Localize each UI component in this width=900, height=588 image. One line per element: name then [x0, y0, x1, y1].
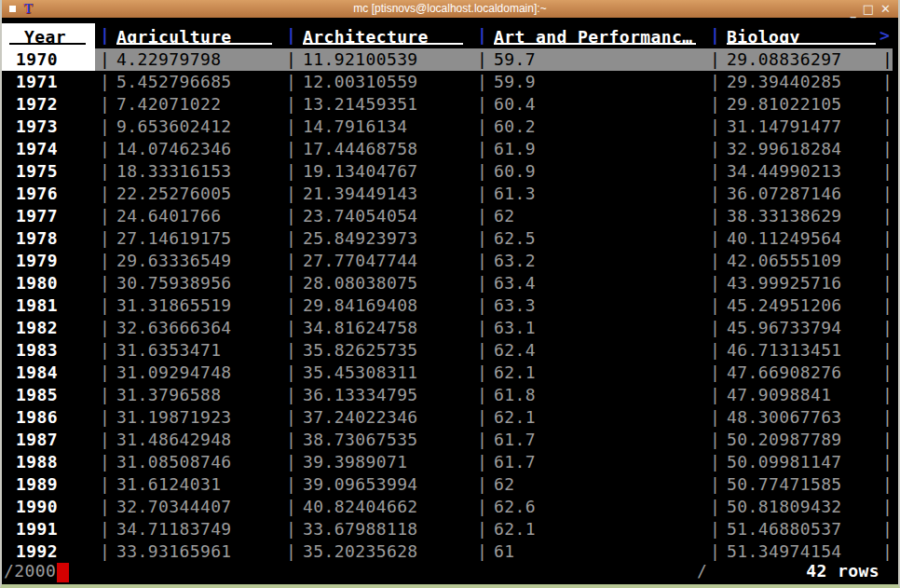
- cell-year[interactable]: 1980: [2, 272, 95, 294]
- table-row[interactable]: 1985 |31.3796588 |36.13334795 |61.8 |47.…: [2, 384, 898, 406]
- cell-agriculture[interactable]: |32.70344407: [95, 496, 281, 518]
- cell-art-and-performance[interactable]: |62.6: [472, 496, 705, 518]
- cell-year[interactable]: 1976: [2, 183, 95, 205]
- cell-architecture[interactable]: |11.92100539: [281, 48, 472, 71]
- table-row[interactable]: 1990 |32.70344407 |40.82404662 |62.6 |50…: [2, 496, 898, 518]
- cell-year[interactable]: 1971: [2, 71, 95, 93]
- cell-year[interactable]: 1973: [2, 116, 95, 138]
- cell-architecture[interactable]: |33.67988118: [281, 518, 472, 540]
- cell-agriculture[interactable]: |31.3796588: [95, 384, 281, 406]
- table-row[interactable]: 1975 |18.33316153 |19.13404767 |60.9 |34…: [2, 160, 898, 183]
- table-row[interactable]: 1980 |30.75938956 |28.08038075 |63.4 |43…: [2, 272, 898, 294]
- cell-architecture[interactable]: |14.7916134: [281, 116, 472, 138]
- cell-agriculture[interactable]: |34.71183749: [95, 518, 281, 540]
- table-row[interactable]: 1974 |14.07462346 |17.44468758 |61.9 |32…: [2, 138, 898, 160]
- cell-biology[interactable]: |34.44990213: [705, 160, 878, 183]
- cell-art-and-performance[interactable]: |63.4: [472, 272, 705, 294]
- table-row[interactable]: 1981 |31.31865519 |29.84169408 |63.3 |45…: [2, 294, 898, 317]
- cell-art-and-performance[interactable]: |60.9: [472, 160, 705, 183]
- cell-agriculture[interactable]: |7.42071022: [95, 93, 281, 116]
- cell-year[interactable]: 1982: [2, 317, 95, 339]
- table-row[interactable]: 1979 |29.63336549 |27.77047744 |63.2 |42…: [2, 250, 898, 272]
- table-row[interactable]: 1972 |7.42071022 |13.21459351 |60.4 |29.…: [2, 93, 898, 116]
- cell-art-and-performance[interactable]: |62: [472, 473, 705, 496]
- cell-agriculture[interactable]: |31.19871923: [95, 406, 281, 429]
- table-row[interactable]: 1977 |24.6401766 |23.74054054 |62 |38.33…: [2, 205, 898, 227]
- cell-year[interactable]: 1986: [2, 406, 95, 429]
- table-row[interactable]: 1983 |31.6353471 |35.82625735 |62.4 |46.…: [2, 339, 898, 362]
- cell-agriculture[interactable]: |18.33316153: [95, 160, 281, 183]
- titlebar[interactable]: T mc [ptisnovs@localhost.localdomain]:~ …: [2, 0, 898, 18]
- cell-art-and-performance[interactable]: |62.4: [472, 339, 705, 362]
- cell-art-and-performance[interactable]: |62.1: [472, 362, 705, 384]
- cell-year[interactable]: 1987: [2, 429, 95, 451]
- cell-biology[interactable]: |50.20987789: [705, 429, 878, 451]
- cell-art-and-performance[interactable]: |63.2: [472, 250, 705, 272]
- cell-architecture[interactable]: |39.09653994: [281, 473, 472, 496]
- cell-architecture[interactable]: |39.3989071: [281, 451, 472, 473]
- cell-year[interactable]: 1974: [2, 138, 95, 160]
- cell-year[interactable]: 1972: [2, 93, 95, 116]
- cell-biology[interactable]: |29.81022105: [705, 93, 878, 116]
- cell-biology[interactable]: |43.99925716: [705, 272, 878, 294]
- cell-architecture[interactable]: |29.84169408: [281, 294, 472, 317]
- column-header-biology[interactable]: | Biology: [705, 23, 878, 48]
- cell-art-and-performance[interactable]: |62.1: [472, 406, 705, 429]
- maximize-button[interactable]: □: [863, 4, 874, 15]
- close-button[interactable]: ✕: [880, 4, 891, 15]
- table-row[interactable]: 1978 |27.14619175 |25.84923973 |62.5 |40…: [2, 227, 898, 250]
- cell-art-and-performance[interactable]: |59.7: [472, 48, 705, 71]
- cell-agriculture[interactable]: |31.6124031: [95, 473, 281, 496]
- cell-art-and-performance[interactable]: |62.5: [472, 227, 705, 250]
- table-row[interactable]: 1986 |31.19871923 |37.24022346 |62.1 |48…: [2, 406, 898, 429]
- cell-art-and-performance[interactable]: |61.3: [472, 183, 705, 205]
- cell-biology[interactable]: |32.99618284: [705, 138, 878, 160]
- cell-agriculture[interactable]: |31.09294748: [95, 362, 281, 384]
- minimize-button[interactable]: _: [851, 6, 856, 17]
- cell-art-and-performance[interactable]: |61.9: [472, 138, 705, 160]
- table-row[interactable]: 1982 |32.63666364 |34.81624758 |63.1 |45…: [2, 317, 898, 339]
- cell-year[interactable]: 1975: [2, 160, 95, 183]
- cell-agriculture[interactable]: |30.75938956: [95, 272, 281, 294]
- column-header-year[interactable]: Year: [2, 23, 95, 48]
- cell-agriculture[interactable]: |31.31865519: [95, 294, 281, 317]
- cell-architecture[interactable]: |25.84923973: [281, 227, 472, 250]
- cell-biology[interactable]: |42.06555109: [705, 250, 878, 272]
- cell-architecture[interactable]: |36.13334795: [281, 384, 472, 406]
- cell-art-and-performance[interactable]: |63.3: [472, 294, 705, 317]
- cell-architecture[interactable]: |13.21459351: [281, 93, 472, 116]
- column-header-art-and-performance[interactable]: | Art and Performanc…: [472, 23, 705, 48]
- cell-biology[interactable]: |50.09981147: [705, 451, 878, 473]
- cell-agriculture[interactable]: |31.48642948: [95, 429, 281, 451]
- cell-agriculture[interactable]: |14.07462346: [95, 138, 281, 160]
- cell-biology[interactable]: |29.08836297: [705, 48, 878, 71]
- cell-art-and-performance[interactable]: |62: [472, 205, 705, 227]
- table-row[interactable]: 1984 |31.09294748 |35.45308311 |62.1 |47…: [2, 362, 898, 384]
- table-row[interactable]: 1989 |31.6124031 |39.09653994 |62 |50.77…: [2, 473, 898, 496]
- cell-biology[interactable]: |50.77471585: [705, 473, 878, 496]
- cell-biology[interactable]: |38.33138629: [705, 205, 878, 227]
- cell-architecture[interactable]: |17.44468758: [281, 138, 472, 160]
- table-row[interactable]: 1976 |22.25276005 |21.39449143 |61.3 |36…: [2, 183, 898, 205]
- cell-agriculture[interactable]: |4.22979798: [95, 48, 281, 71]
- cell-art-and-performance[interactable]: |61.8: [472, 384, 705, 406]
- cell-art-and-performance[interactable]: |63.1: [472, 317, 705, 339]
- cell-biology[interactable]: |45.24951206: [705, 294, 878, 317]
- cell-architecture[interactable]: |21.39449143: [281, 183, 472, 205]
- cell-art-and-performance[interactable]: |62.1: [472, 518, 705, 540]
- cell-architecture[interactable]: |35.82625735: [281, 339, 472, 362]
- table-row[interactable]: 1973 |9.653602412 |14.7916134 |60.2 |31.…: [2, 116, 898, 138]
- table-row[interactable]: 1987 |31.48642948 |38.73067535 |61.7 |50…: [2, 429, 898, 451]
- cell-art-and-performance[interactable]: |61.7: [472, 429, 705, 451]
- cell-year[interactable]: 1990: [2, 496, 95, 518]
- cell-year[interactable]: 1978: [2, 227, 95, 250]
- cell-year[interactable]: 1991: [2, 518, 95, 540]
- cell-agriculture[interactable]: |27.14619175: [95, 227, 281, 250]
- cell-year[interactable]: 1985: [2, 384, 95, 406]
- cell-agriculture[interactable]: |9.653602412: [95, 116, 281, 138]
- cell-year[interactable]: 1983: [2, 339, 95, 362]
- cell-art-and-performance[interactable]: |59.9: [472, 71, 705, 93]
- cell-architecture[interactable]: |12.00310559: [281, 71, 472, 93]
- cell-agriculture[interactable]: |29.63336549: [95, 250, 281, 272]
- cell-agriculture[interactable]: |31.08508746: [95, 451, 281, 473]
